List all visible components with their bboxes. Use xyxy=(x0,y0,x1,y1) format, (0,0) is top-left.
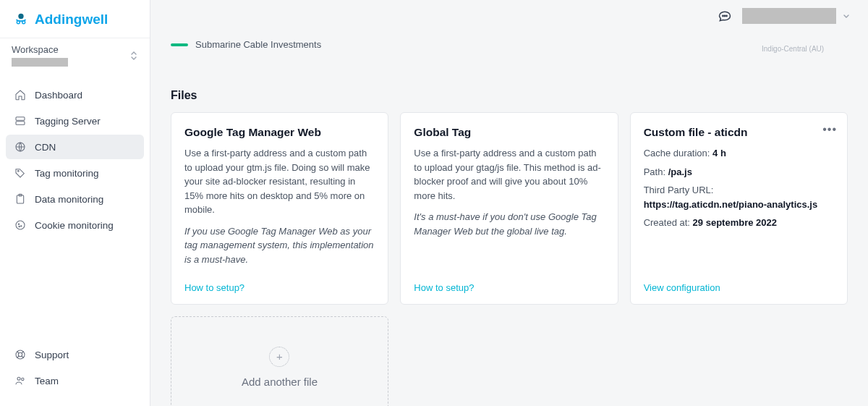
nav-cookie-monitoring[interactable]: Cookie monitoring xyxy=(6,213,144,237)
file-card-custom: ••• Custom file - aticdn Cache duration:… xyxy=(630,112,848,305)
add-file-card[interactable]: + Add another file xyxy=(171,316,388,406)
nav-label: Team xyxy=(35,376,59,386)
nav-label: Data monitoring xyxy=(35,194,103,205)
svg-point-9 xyxy=(16,221,25,229)
nav-tagging-server[interactable]: Tagging Server xyxy=(6,109,144,133)
clipboard-icon xyxy=(14,193,26,205)
card-body: Use a first-party address and a custom p… xyxy=(414,146,604,245)
more-icon[interactable]: ••• xyxy=(822,123,837,136)
card-note: It's a must-have if you don't use Google… xyxy=(414,211,596,237)
user-menu[interactable] xyxy=(742,8,851,24)
workspace-label: Workspace xyxy=(12,44,68,55)
nav-support[interactable]: Support xyxy=(6,342,144,367)
card-title: Google Tag Manager Web xyxy=(184,126,375,139)
kv-label: Path: xyxy=(644,166,665,177)
nav-label: CDN xyxy=(35,142,56,153)
legend-label: Submarine Cable Investments xyxy=(195,39,321,50)
files-grid: Google Tag Manager Web Use a first-party… xyxy=(171,112,848,305)
cookie-icon xyxy=(14,219,26,231)
topbar xyxy=(150,0,868,32)
user-name xyxy=(742,8,836,24)
card-body: Use a first-party address and a custom p… xyxy=(184,146,375,274)
kv-label: Created at: xyxy=(644,217,690,228)
primary-nav: Dashboard Tagging Server CDN Tag monitor… xyxy=(0,75,150,245)
legend-swatch xyxy=(171,43,188,46)
view-config-link[interactable]: View configuration xyxy=(644,282,720,293)
card-desc: Use a first-party address and a custom p… xyxy=(414,146,604,203)
nav-data-monitoring[interactable]: Data monitoring xyxy=(6,187,144,211)
nav-tag-monitoring[interactable]: Tag monitoring xyxy=(6,161,144,185)
team-icon xyxy=(14,375,26,386)
map-region-label: Indigo-Central (AU) xyxy=(762,45,824,53)
nav-dashboard[interactable]: Dashboard xyxy=(6,83,144,107)
nav-team[interactable]: Team xyxy=(6,368,144,393)
kv-label: Third Party URL: xyxy=(644,185,714,195)
nav-label: Support xyxy=(35,350,69,360)
add-file-label: Add another file xyxy=(242,376,318,388)
kv-label: Cache duration: xyxy=(644,148,710,158)
svg-point-1 xyxy=(17,21,20,24)
svg-point-16 xyxy=(22,378,24,380)
svg-rect-3 xyxy=(16,117,25,121)
setup-link[interactable]: How to setup? xyxy=(184,282,244,293)
svg-point-6 xyxy=(17,170,19,172)
svg-point-14 xyxy=(18,352,22,356)
server-icon xyxy=(14,115,26,127)
workspace-caret-icon xyxy=(129,50,138,62)
sidebar-bottom: Support Team xyxy=(0,337,150,406)
nav-cdn[interactable]: CDN xyxy=(6,135,144,159)
card-desc: Use a first-party address and a custom p… xyxy=(184,146,375,217)
files-section-title: Files xyxy=(171,89,848,102)
chevron-down-icon xyxy=(842,12,851,20)
svg-point-2 xyxy=(22,21,25,24)
card-title: Custom file - aticdn xyxy=(644,126,834,139)
workspace-name xyxy=(12,58,68,67)
svg-rect-4 xyxy=(16,122,25,125)
logo[interactable]: Addingwell xyxy=(0,0,150,38)
main-content: Submarine Cable Investments Indigo-Centr… xyxy=(150,32,868,406)
svg-point-10 xyxy=(18,224,19,224)
svg-point-17 xyxy=(723,15,723,16)
sidebar: Addingwell Workspace Dashboard Tagging S… xyxy=(0,0,150,406)
card-note: If you use Google Tag Manager Web as you… xyxy=(184,226,374,265)
nav-label: Dashboard xyxy=(35,90,82,101)
chat-icon[interactable] xyxy=(718,9,732,23)
home-icon xyxy=(14,89,26,101)
globe-icon xyxy=(14,141,26,153)
kv-value: 29 septembre 2022 xyxy=(693,217,777,228)
logo-icon xyxy=(13,12,29,28)
file-card-globaltag: Global Tag Use a first-party address and… xyxy=(400,112,618,305)
lifebuoy-icon xyxy=(14,349,26,360)
plus-icon: + xyxy=(269,347,289,367)
svg-point-19 xyxy=(726,15,727,16)
chart-legend: Submarine Cable Investments xyxy=(171,32,848,54)
svg-point-11 xyxy=(21,226,22,227)
svg-point-12 xyxy=(19,226,20,227)
svg-point-0 xyxy=(18,14,23,19)
kv-value: 4 h xyxy=(712,148,726,158)
kv-value: /pa.js xyxy=(668,166,692,177)
svg-point-18 xyxy=(724,15,725,16)
svg-point-15 xyxy=(17,377,20,380)
nav-label: Tagging Server xyxy=(35,116,101,127)
setup-link[interactable]: How to setup? xyxy=(414,282,474,293)
kv-value: https://tag.aticdn.net/piano-analytics.j… xyxy=(644,199,818,210)
workspace-selector[interactable]: Workspace xyxy=(0,38,150,75)
file-card-gtm: Google Tag Manager Web Use a first-party… xyxy=(171,112,388,305)
tag-icon xyxy=(14,167,26,179)
nav-label: Tag monitoring xyxy=(35,168,99,179)
logo-text: Addingwell xyxy=(35,12,108,28)
nav-label: Cookie monitoring xyxy=(35,220,114,231)
card-body: Cache duration: 4 h Path: /pa.js Third P… xyxy=(644,146,834,234)
card-title: Global Tag xyxy=(414,126,604,139)
